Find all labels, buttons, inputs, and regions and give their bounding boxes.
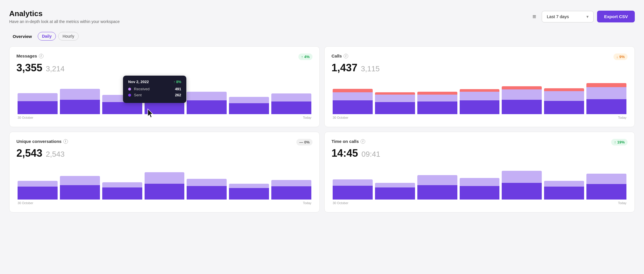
tc-top-1	[333, 179, 373, 186]
tooltip-date: Nov 2, 2022	[128, 80, 149, 84]
conversations-info-icon[interactable]: i	[63, 139, 68, 144]
conversations-title-row: Unique conversations i	[16, 139, 68, 144]
conv-top-2	[60, 176, 100, 185]
calls-top-1	[333, 92, 373, 100]
calls-x-end: Today	[618, 116, 626, 119]
messages-info-icon[interactable]: i	[39, 54, 43, 58]
calls-bottom-5	[502, 100, 542, 114]
conv-stack-4	[145, 172, 185, 200]
date-range-label: Last 7 days	[547, 14, 569, 19]
conv-stack-5	[187, 179, 227, 200]
calls-bottom-6	[544, 101, 584, 114]
calls-top-7	[586, 87, 626, 99]
messages-tooltip: Nov 2, 2022 ↑ 8% Received 491 Sent 262	[123, 76, 186, 103]
conversations-badge-dash: —	[299, 140, 303, 144]
header-left: Analytics Have an in-depth look at all t…	[9, 9, 120, 24]
calls-bottom-1	[333, 100, 373, 114]
conv-stack-2	[60, 176, 100, 200]
tc-bottom-4	[460, 186, 500, 200]
tc-bar-4	[460, 178, 500, 200]
tooltip-sent-row: Sent 262	[128, 93, 181, 97]
calls-top-6	[544, 91, 584, 101]
calls-bar-5	[502, 86, 542, 114]
page-title: Analytics	[9, 9, 120, 18]
calls-secondary: 3,115	[361, 64, 380, 73]
tc-bottom-6	[544, 187, 584, 200]
tc-x-end: Today	[618, 201, 626, 205]
time-calls-title-row: Time on calls i	[332, 139, 365, 144]
conv-bottom-2	[60, 185, 100, 200]
conversations-card-header: Unique conversations i — 0%	[16, 139, 312, 145]
calls-chart: 30 October Today	[332, 80, 628, 120]
messages-title-row: Messages i	[16, 53, 43, 58]
calls-x-start: 30 October	[333, 116, 348, 119]
bar-stack-7	[271, 93, 311, 114]
bar-stack-1	[18, 93, 58, 114]
calls-chart-labels: 30 October Today	[332, 116, 628, 119]
bar-stack-2	[60, 89, 100, 114]
bar-bottom-2	[60, 100, 100, 114]
export-csv-button[interactable]: Export CSV	[597, 11, 635, 22]
conv-stack-1	[18, 181, 58, 200]
messages-card: Messages i ↑ 4% 3,355 3,214	[9, 46, 320, 127]
tab-daily[interactable]: Daily	[38, 32, 56, 41]
calls-bar-7	[586, 83, 626, 114]
tab-overview[interactable]: Overview	[9, 32, 35, 41]
time-calls-info-icon[interactable]: i	[361, 139, 365, 144]
conv-bar-4	[145, 172, 185, 200]
tc-stack-2	[375, 183, 415, 200]
tooltip-header: Nov 2, 2022 ↑ 8%	[128, 80, 181, 84]
bar-group-2	[60, 89, 100, 114]
bar-top-1	[18, 93, 58, 101]
tooltip-received-row: Received 491	[128, 87, 181, 91]
tc-bottom-3	[417, 185, 457, 200]
bar-bottom-1	[18, 101, 58, 114]
date-range-select[interactable]: Last 7 days ▾	[542, 11, 594, 22]
messages-badge: ↑ 4%	[298, 53, 312, 60]
calls-bottom-7	[586, 99, 626, 114]
conv-bar-7	[271, 180, 311, 200]
conv-stack-6	[229, 184, 269, 200]
conversations-secondary: 2,543	[46, 150, 65, 159]
tc-bottom-5	[502, 183, 542, 200]
calls-bottom-2	[375, 102, 415, 114]
calls-bar-2	[375, 92, 415, 114]
conv-x-start: 30 October	[18, 201, 33, 205]
conv-top-1	[18, 181, 58, 187]
time-calls-chart-labels: 30 October Today	[332, 201, 628, 205]
filter-button[interactable]: ≡	[530, 11, 539, 23]
tc-stack-5	[502, 171, 542, 200]
tabs-row: Overview Daily Hourly	[9, 32, 635, 41]
calls-stack-7	[586, 83, 626, 114]
time-calls-badge-text: 19%	[617, 140, 625, 144]
page-header: Analytics Have an in-depth look at all t…	[9, 9, 635, 24]
tc-stack-3	[417, 175, 457, 200]
conv-stack-3	[102, 182, 142, 200]
conversations-bars	[16, 165, 312, 200]
tc-bottom-1	[333, 186, 373, 200]
messages-primary: 3,355	[16, 62, 42, 74]
conv-top-3	[102, 182, 142, 187]
tc-bar-2	[375, 183, 415, 200]
tab-hourly[interactable]: Hourly	[58, 32, 78, 41]
calls-red-5	[502, 86, 542, 89]
tooltip-pct: ↑ 8%	[173, 80, 181, 84]
chevron-down-icon: ▾	[586, 14, 589, 19]
tooltip-received-dot	[128, 88, 131, 91]
time-calls-secondary: 09:41	[361, 150, 380, 159]
calls-top-4	[460, 92, 500, 100]
calls-card-header: Calls i ↓ 9%	[332, 53, 628, 60]
bar-top-5	[187, 92, 227, 100]
tc-top-3	[417, 175, 457, 185]
conv-bottom-6	[229, 188, 269, 200]
tc-stack-7	[586, 174, 626, 200]
messages-card-header: Messages i ↑ 4%	[16, 53, 312, 60]
calls-stack-3	[417, 92, 457, 114]
tc-top-7	[586, 174, 626, 184]
tc-top-5	[502, 171, 542, 183]
calls-info-icon[interactable]: i	[344, 54, 348, 58]
bar-bottom-7	[271, 101, 311, 114]
calls-red-4	[460, 89, 500, 92]
messages-metric-values: 3,355 3,214	[16, 62, 312, 74]
conv-x-end: Today	[303, 201, 311, 205]
